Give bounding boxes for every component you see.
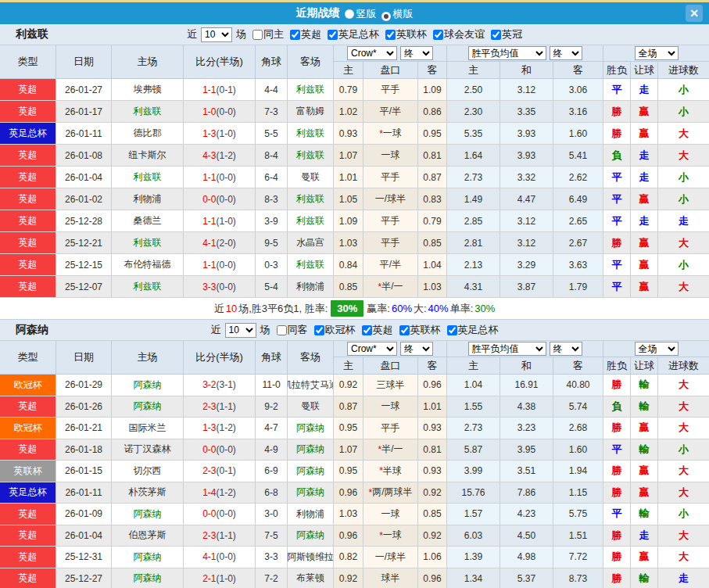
- handicap-cell: 一球: [363, 145, 418, 166]
- away-team: 水晶宫: [288, 232, 334, 253]
- corners-cell: 4-7: [256, 418, 288, 439]
- avg-draw: 3.51: [500, 461, 553, 482]
- score-cell: 1-1(0-0): [184, 254, 256, 275]
- handicap-cell: 平手: [363, 418, 418, 439]
- corners-cell: 3-0: [256, 504, 288, 525]
- date-cell: 25-12-07: [56, 276, 112, 297]
- match-row: 英超25-12-27阿森纳2-1(1-0)7-2布莱顿0.92球半0.961.3…: [0, 568, 709, 588]
- date-cell: 25-12-28: [56, 210, 112, 231]
- date-cell: 26-01-15: [56, 461, 112, 482]
- same-venue-checkbox[interactable]: 同主: [248, 27, 284, 41]
- halftime-score: (0-0): [217, 508, 236, 519]
- handicap-text: 一球: [381, 400, 400, 413]
- odds-away: 0.86: [418, 101, 447, 122]
- avg-stage-select[interactable]: 终: [550, 342, 582, 356]
- match-row: 英超26-01-17利兹联1-0(0-0)7-3富勒姆1.02平/半0.862.…: [0, 101, 709, 123]
- league-badge: 英超: [0, 101, 56, 122]
- league-checkbox[interactable]: 英超: [285, 27, 321, 41]
- radio-horizontal[interactable]: [381, 12, 391, 21]
- same-venue-label: 同客: [288, 323, 308, 337]
- league-badge: 欧冠杯: [0, 375, 56, 396]
- result-outcome-text: 平: [612, 258, 622, 272]
- avg-metric-select[interactable]: 胜平负均值: [468, 46, 546, 60]
- away-team: 利兹联: [288, 145, 334, 166]
- home-team: 利兹联: [112, 101, 184, 122]
- sub-column-header: 客: [553, 62, 603, 78]
- result-handicap: 贏: [631, 254, 658, 275]
- odds-away: 1.04: [418, 254, 447, 275]
- handicap-cell: 一球: [363, 396, 418, 418]
- league-checkbox[interactable]: 英足总杯: [323, 27, 379, 41]
- result-handicap: 贏: [631, 123, 658, 144]
- result-goals: 大: [658, 232, 709, 253]
- home-team: 诺丁汉森林: [112, 439, 184, 461]
- away-team: 利物浦: [288, 276, 334, 297]
- league-checkbox-input[interactable]: [447, 325, 457, 335]
- home-team: 埃弗顿: [112, 79, 184, 100]
- handicap-text: 半球: [383, 464, 402, 478]
- league-checkbox[interactable]: 英足总杯: [442, 323, 499, 337]
- home-team: 阿森纳: [112, 504, 184, 525]
- summary-text: 近: [214, 302, 224, 316]
- odds-stage-select[interactable]: 终: [400, 46, 433, 60]
- odds-away: 0.93: [418, 418, 447, 439]
- scope-select[interactable]: 全场: [635, 46, 679, 60]
- radio-vertical[interactable]: [345, 9, 354, 19]
- result-outcome-text: 勝: [612, 378, 622, 392]
- odds-selectors-row: Crow*终胜平负均值终全场: [334, 341, 709, 357]
- odds-home: 1.02: [334, 101, 363, 122]
- league-checkbox[interactable]: 英联杯: [395, 323, 441, 337]
- same-venue-checkbox[interactable]: 同客: [272, 323, 308, 337]
- league-badge: 英超: [0, 276, 56, 297]
- same-venue-checkbox-input[interactable]: [252, 30, 263, 40]
- date-cell: 26-01-11: [56, 123, 112, 144]
- odds-company-select[interactable]: Crow*: [347, 342, 397, 356]
- handicap-text: 一/球半: [375, 550, 406, 564]
- result-goals-text: 小: [679, 105, 689, 119]
- result-handicap: 贏: [631, 461, 658, 482]
- handicap-text: 一球: [381, 149, 400, 162]
- odds-company-select[interactable]: Crow*: [347, 46, 397, 60]
- corners-cell: 11-0: [256, 375, 288, 396]
- league-badge: 英超: [0, 232, 56, 253]
- league-checkbox-input[interactable]: [290, 30, 300, 40]
- odds-away: 1.06: [418, 547, 447, 568]
- home-team: 纽卡斯尔: [112, 145, 184, 166]
- odds-away: 0.85: [418, 504, 447, 525]
- handicap-cell: *半/一: [363, 439, 418, 461]
- league-checkbox[interactable]: 欧冠杯: [310, 323, 356, 337]
- games-count-select[interactable]: 10: [225, 323, 256, 338]
- league-checkbox-input[interactable]: [433, 30, 443, 40]
- league-badge: 英足总杯: [0, 123, 56, 144]
- avg-stage-select[interactable]: 终: [550, 46, 582, 60]
- league-checkbox-input[interactable]: [314, 325, 324, 335]
- avg-metric-select[interactable]: 胜平负均值: [468, 342, 546, 356]
- match-row: 英联杯26-01-15切尔西2-3(0-1)6-9阿森纳0.95*半球0.933…: [0, 461, 709, 482]
- league-checkbox[interactable]: 英冠: [486, 27, 522, 41]
- league-checkbox[interactable]: 球会友谊: [428, 27, 485, 41]
- handicap-text: 平/半: [380, 105, 401, 118]
- odds-stage-select[interactable]: 终: [400, 342, 433, 356]
- league-checkbox[interactable]: 英超: [357, 323, 393, 337]
- avg-away: 3.63: [553, 254, 603, 275]
- result-handicap-text: 輸: [639, 400, 650, 414]
- league-checkbox-input[interactable]: [399, 325, 410, 335]
- league-checkbox-input[interactable]: [328, 30, 338, 40]
- same-venue-checkbox-input[interactable]: [277, 325, 287, 335]
- scope-select[interactable]: 全场: [635, 342, 679, 356]
- games-count-select[interactable]: 10: [201, 27, 232, 42]
- league-checkbox-input[interactable]: [362, 325, 372, 335]
- league-checkbox[interactable]: 英联杯: [381, 27, 427, 41]
- league-checkbox-input[interactable]: [385, 30, 396, 40]
- odds-away: 0.95: [418, 123, 447, 144]
- avg-away: 7.72: [553, 547, 603, 568]
- league-checkbox-input[interactable]: [491, 30, 501, 40]
- odds-home: 1.07: [334, 439, 363, 461]
- handicap-cell: 一/球半: [363, 188, 418, 210]
- score-cell: 2-3(1-1): [184, 525, 256, 547]
- result-handicap: 贏: [631, 188, 658, 210]
- handicap-text: 三球半: [377, 378, 405, 392]
- league-badge: 英超: [0, 167, 56, 188]
- layout-radio-group: 竖版横版: [340, 6, 414, 21]
- close-button[interactable]: ✕: [686, 5, 703, 22]
